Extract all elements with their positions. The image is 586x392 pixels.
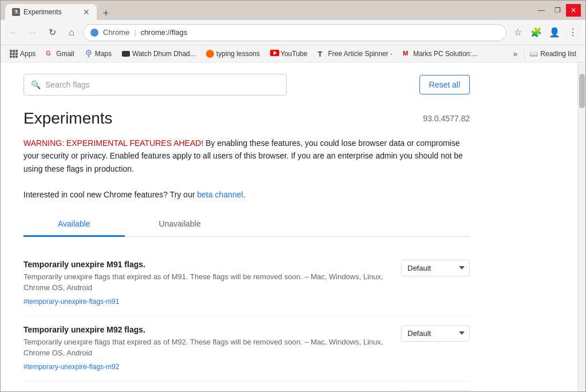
tab-area: ⚗ Experiments ✕ + [5, 1, 532, 20]
active-tab[interactable]: ⚗ Experiments ✕ [5, 4, 97, 20]
svg-rect-4 [13, 53, 15, 55]
new-tab-button[interactable]: + [99, 6, 113, 20]
watch-icon [122, 51, 130, 57]
bookmarks-bar: Apps G Gmail Maps Watch Dhum Dhad... typ… [1, 45, 585, 62]
reset-all-button[interactable]: Reset all [419, 75, 470, 94]
svg-rect-8 [15, 56, 18, 58]
warning-box: WARNING: EXPERIMENTAL FEATURES AHEAD! By… [23, 137, 470, 201]
back-button[interactable]: ← [5, 25, 21, 41]
flags-list: Temporarily unexpire M91 flags.Temporari… [23, 251, 470, 391]
window-controls: — ❐ ✕ [534, 4, 581, 17]
profile-button[interactable]: 👤 [547, 25, 563, 41]
flag-title-2: Override software rendering list [23, 390, 392, 391]
flag-info-2: Override software rendering listOverride… [23, 390, 392, 391]
apps-label: Apps [20, 50, 35, 58]
flag-item-2: Override software rendering listOverride… [23, 381, 470, 391]
reading-list-icon: 📖 [529, 50, 538, 58]
reading-list-label: Reading list [540, 50, 576, 58]
version-text: 93.0.4577.82 [423, 114, 470, 123]
toolbar-icons: ☆ 🧩 👤 ⋮ [510, 25, 581, 41]
flag-select-0[interactable]: DefaultEnabledDisabled [401, 260, 470, 276]
menu-button[interactable]: ⋮ [565, 25, 581, 41]
url-text: chrome://flags [141, 28, 188, 37]
bookmark-maps[interactable]: Maps [80, 48, 116, 60]
flag-link-0[interactable]: #temporary-unexpire-flags-m91 [23, 298, 119, 306]
flag-control-2: DefaultEnabledDisabled [401, 390, 470, 391]
extensions-button[interactable]: 🧩 [528, 25, 544, 41]
flag-title-1: Temporarily unexpire M92 flags. [23, 325, 392, 334]
beta-channel-link[interactable]: beta channel [197, 190, 243, 199]
scrollbar[interactable] [577, 62, 585, 391]
svg-rect-3 [10, 53, 12, 55]
gmail-label: Gmail [56, 50, 74, 58]
page-area: 🔍 Search flags Reset all Experiments 93.… [1, 62, 577, 391]
warning-prefix: WARNING: EXPERIMENTAL FEATURES AHEAD! [23, 138, 203, 148]
svg-rect-7 [13, 56, 15, 58]
flag-link-1[interactable]: #temporary-unexpire-flags-m92 [23, 363, 119, 371]
maps-label: Maps [95, 50, 112, 58]
marks-label: Marks PC Solution:... [413, 50, 478, 58]
svg-rect-5 [15, 53, 18, 55]
page-content: 🔍 Search flags Reset all Experiments 93.… [1, 62, 493, 391]
close-button[interactable]: ✕ [566, 4, 581, 17]
watch-label: Watch Dhum Dhad... [132, 50, 196, 58]
bookmark-apps[interactable]: Apps [5, 48, 40, 60]
typing-label: typing lessons [216, 50, 260, 58]
flag-desc-0: Temporarily unexpire flags that expired … [23, 271, 392, 294]
svg-rect-1 [13, 50, 15, 52]
flag-select-2[interactable]: DefaultEnabledDisabled [401, 390, 470, 391]
flag-info-0: Temporarily unexpire M91 flags.Temporari… [23, 260, 392, 306]
reading-list-button[interactable]: 📖 Reading list [524, 48, 581, 60]
flag-info-1: Temporarily unexpire M92 flags.Temporari… [23, 325, 392, 371]
address-bar[interactable]: Chrome | chrome://flags [83, 24, 506, 41]
beta-suffix: . [243, 190, 246, 199]
address-bar-row: ← → ↻ ⌂ Chrome | chrome://flags ☆ 🧩 👤 ⋮ [1, 20, 585, 45]
maximize-button[interactable]: ❐ [550, 4, 565, 17]
scrollbar-thumb[interactable] [579, 74, 585, 108]
bookmarks-more-button[interactable]: » [510, 47, 521, 60]
address-separator: | [134, 28, 136, 37]
youtube-label: YouTube [280, 50, 307, 58]
flag-select-1[interactable]: DefaultEnabledDisabled [401, 325, 470, 342]
tab-title: Experiments [23, 8, 62, 16]
reload-button[interactable]: ↻ [44, 25, 60, 41]
gmail-icon: G [46, 50, 54, 58]
search-icon: 🔍 [31, 80, 41, 89]
marks-icon: M [403, 50, 411, 58]
star-button[interactable]: ☆ [510, 25, 526, 41]
tab-favicon: ⚗ [12, 8, 20, 16]
search-flags-input[interactable]: 🔍 Search flags [23, 74, 287, 96]
bookmark-watch[interactable]: Watch Dhum Dhad... [117, 48, 200, 60]
bookmark-youtube[interactable]: YouTube [266, 48, 312, 60]
tab-unavailable[interactable]: Unavailable [125, 212, 235, 237]
svg-rect-0 [10, 50, 12, 52]
flag-desc-1: Temporarily unexpire flags that expired … [23, 336, 392, 359]
home-button[interactable]: ⌂ [64, 25, 80, 41]
page-title-row: Experiments 93.0.4577.82 [23, 109, 470, 128]
minimize-button[interactable]: — [534, 4, 549, 17]
bookmark-spinner[interactable]: T Free Article Spinner - [313, 48, 397, 60]
bookmark-gmail[interactable]: G Gmail [41, 48, 78, 60]
flag-control-1: DefaultEnabledDisabled [401, 325, 470, 342]
spinner-icon: T [318, 50, 326, 58]
spinner-label: Free Article Spinner - [328, 50, 393, 58]
bookmark-marks[interactable]: M Marks PC Solution:... [398, 48, 482, 60]
beta-text: Interested in cool new Chrome features? … [23, 190, 197, 199]
title-bar: ⚗ Experiments ✕ + — ❐ ✕ [1, 1, 585, 20]
browser-window: ⚗ Experiments ✕ + — ❐ ✕ ← → ↻ ⌂ Chrome |… [0, 0, 586, 392]
page-title: Experiments [23, 109, 113, 128]
site-name: Chrome [103, 28, 129, 37]
main-content: 🔍 Search flags Reset all Experiments 93.… [1, 62, 585, 391]
forward-button[interactable]: → [25, 25, 41, 41]
bookmark-typing[interactable]: typing lessons [201, 48, 264, 60]
apps-icon [10, 50, 18, 58]
flag-item-1: Temporarily unexpire M92 flags.Temporari… [23, 316, 470, 381]
flag-item-0: Temporarily unexpire M91 flags.Temporari… [23, 251, 470, 316]
svg-rect-6 [10, 56, 12, 58]
typing-icon [206, 50, 214, 58]
svg-rect-2 [15, 50, 18, 52]
tab-available[interactable]: Available [23, 212, 125, 237]
tab-close-button[interactable]: ✕ [83, 8, 90, 16]
search-row: 🔍 Search flags Reset all [23, 74, 470, 96]
flag-control-0: DefaultEnabledDisabled [401, 260, 470, 276]
